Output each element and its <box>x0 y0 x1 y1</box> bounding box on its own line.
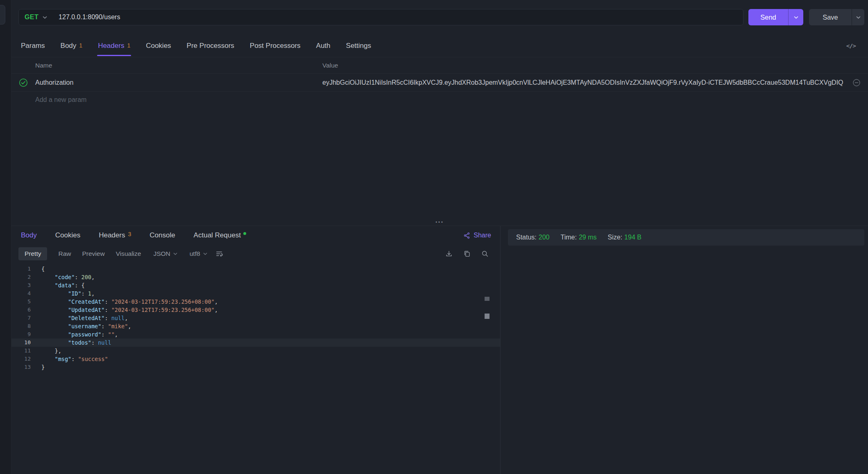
line-number: 12 <box>11 355 31 363</box>
encoding-select[interactable]: utf8 <box>190 250 207 257</box>
sidebar-collapsed-handle[interactable] <box>0 5 5 25</box>
tab-label: Actual Request <box>194 231 241 239</box>
tab-label: Headers <box>99 231 125 239</box>
response-view-toolbar: Pretty Raw Preview Visualize JSON utf8 <box>11 245 500 263</box>
overview-ruler-mark <box>485 297 490 301</box>
header-name-cell[interactable]: Authorization <box>35 79 322 86</box>
tab-pre-processors[interactable]: Pre Processors <box>187 42 234 50</box>
response-size: 194 B <box>624 234 641 241</box>
code-line-1[interactable]: 1{ <box>11 265 500 273</box>
code-line-12[interactable]: 12 "msg": "success" <box>11 355 500 363</box>
share-icon <box>463 232 470 239</box>
send-button[interactable]: Send <box>748 9 788 25</box>
format-select[interactable]: JSON <box>153 250 177 257</box>
code-line-2[interactable]: 2 "code": 200, <box>11 273 500 281</box>
view-tab-pretty[interactable]: Pretty <box>18 247 47 260</box>
method-label: GET <box>25 14 39 21</box>
save-dropdown-button[interactable] <box>852 9 864 25</box>
copy-icon[interactable] <box>463 250 471 257</box>
request-tabs: Params Body1 Headers1 Cookies Pre Proces… <box>11 34 868 57</box>
send-dropdown-button[interactable] <box>788 9 803 25</box>
code-line-4[interactable]: 4 "ID": 1, <box>11 289 500 298</box>
share-label: Share <box>474 232 491 239</box>
response-tabs: Body Cookies Headers3 Console Actual Req… <box>11 226 500 245</box>
tab-label: Settings <box>346 42 371 50</box>
line-number: 6 <box>11 306 31 314</box>
size-label: Size: <box>608 234 623 241</box>
format-select-value: JSON <box>153 250 170 257</box>
response-tab-headers[interactable]: Headers3 <box>99 231 131 239</box>
line-number: 13 <box>11 363 31 371</box>
code-line-3[interactable]: 3 "data": { <box>11 281 500 289</box>
add-param-row[interactable]: Add a new param <box>11 92 868 108</box>
line-number: 10 <box>11 339 31 347</box>
line-number: 5 <box>11 298 31 306</box>
chevron-down-icon <box>173 253 177 255</box>
tab-count-badge: 1 <box>127 42 130 49</box>
code-line-5[interactable]: 5 "CreatedAt": "2024-03-12T17:59:23.256+… <box>11 298 500 306</box>
tab-label: Pre Processors <box>187 42 234 50</box>
tab-body[interactable]: Body1 <box>61 42 83 50</box>
line-content: "todos": null <box>31 339 111 347</box>
response-tab-actual-request[interactable]: Actual Request <box>194 231 246 239</box>
tab-label: Cookies <box>146 42 171 50</box>
code-view-icon[interactable]: </> <box>846 43 856 49</box>
code-line-9[interactable]: 9 "password": "", <box>11 330 500 339</box>
pane-splitter[interactable]: ••• <box>11 218 868 226</box>
view-tab-preview[interactable]: Preview <box>82 250 105 257</box>
response-body-viewer[interactable]: 1{2 "code": 200,3 "data": {4 "ID": 1,5 "… <box>11 263 500 474</box>
line-content: "DeletedAt": null, <box>31 314 128 322</box>
code-line-8[interactable]: 8 "username": "mike", <box>11 322 500 330</box>
tab-headers[interactable]: Headers1 <box>98 42 130 50</box>
code-line-6[interactable]: 6 "UpdatedAt": "2024-03-12T17:59:23.256+… <box>11 306 500 314</box>
tab-auth[interactable]: Auth <box>316 42 331 50</box>
column-header-value: Value <box>322 62 845 69</box>
line-number: 11 <box>11 347 31 355</box>
download-icon[interactable] <box>445 250 453 257</box>
time-label: Time: <box>561 234 577 241</box>
response-status-bar: Status: 200 Time: 29 ms Size: 194 B <box>508 229 864 246</box>
remove-row-icon[interactable] <box>852 79 861 87</box>
headers-table: Name Value Authorization eyJhbGciOiJIUzI… <box>11 57 868 108</box>
request-bar: GET 127.0.0.1:8090/users Send Save <box>11 0 868 34</box>
tab-label: Params <box>21 42 45 50</box>
code-line-7[interactable]: 7 "DeletedAt": null, <box>11 314 500 322</box>
search-icon[interactable] <box>481 250 489 257</box>
line-content: "code": 200, <box>31 273 95 281</box>
header-value-cell[interactable]: eyJhbGciOiJIUzI1NiIsInR5cCI6IkpXVCJ9.eyJ… <box>322 79 845 86</box>
view-tab-raw[interactable]: Raw <box>58 250 71 257</box>
response-time: 29 ms <box>579 234 597 241</box>
status-code: 200 <box>539 234 550 241</box>
url-input[interactable]: 127.0.0.1:8090/users <box>53 14 120 21</box>
status-item: Status: 200 <box>516 234 550 241</box>
code-line-10[interactable]: 10 "todos": null <box>11 339 500 347</box>
save-button[interactable]: Save <box>809 9 852 25</box>
chevron-down-icon <box>43 16 47 19</box>
tab-post-processors[interactable]: Post Processors <box>250 42 301 50</box>
modified-dot <box>243 232 246 235</box>
response-tab-cookies[interactable]: Cookies <box>55 231 80 239</box>
response-tab-body[interactable]: Body <box>21 231 37 239</box>
tab-cookies[interactable]: Cookies <box>146 42 171 50</box>
enabled-check-icon[interactable] <box>19 78 28 87</box>
line-number: 8 <box>11 322 31 330</box>
line-content: }, <box>31 347 61 355</box>
left-edge-strip <box>0 0 11 474</box>
overview-ruler-mark <box>485 314 490 319</box>
word-wrap-icon[interactable] <box>215 250 223 257</box>
request-empty-area <box>11 108 868 218</box>
main-panel: GET 127.0.0.1:8090/users Send Save Param… <box>11 0 868 474</box>
line-number: 7 <box>11 314 31 322</box>
add-param-placeholder: Add a new param <box>35 96 322 104</box>
view-tab-visualize[interactable]: Visualize <box>116 250 141 257</box>
response-tab-console[interactable]: Console <box>150 231 175 239</box>
tab-params[interactable]: Params <box>21 42 45 50</box>
line-number: 1 <box>11 265 31 273</box>
share-button[interactable]: Share <box>463 232 491 239</box>
status-label: Status: <box>516 234 537 241</box>
tab-settings[interactable]: Settings <box>346 42 371 50</box>
code-line-11[interactable]: 11 }, <box>11 347 500 355</box>
method-select[interactable]: GET <box>19 9 53 25</box>
code-line-13[interactable]: 13} <box>11 363 500 371</box>
send-split-button: Send <box>748 9 803 25</box>
